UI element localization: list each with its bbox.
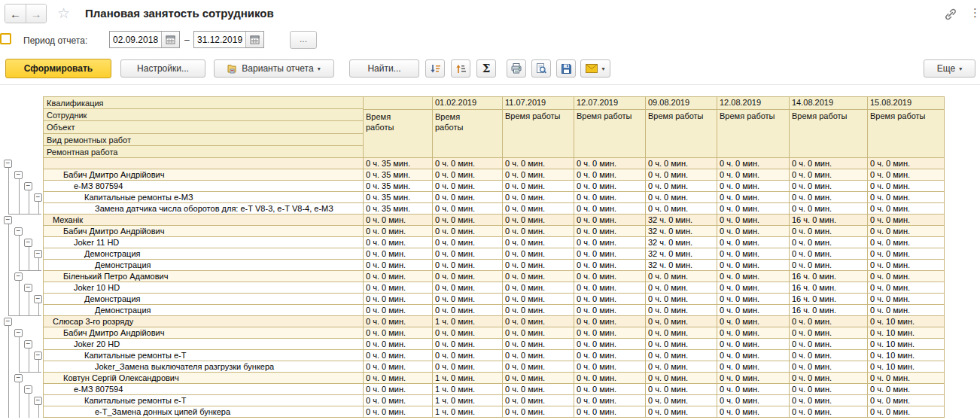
row-label-cell[interactable]: е-МЗ 807594 xyxy=(43,384,364,395)
print-button[interactable] xyxy=(507,59,526,78)
value-cell[interactable]: 0 ч. 0 мин. xyxy=(868,215,945,226)
value-cell[interactable]: 0 ч. 0 мин. xyxy=(717,203,790,215)
value-cell[interactable]: 0 ч. 0 мин. xyxy=(433,271,503,282)
value-cell[interactable]: 0 ч. 0 мин. xyxy=(717,350,790,361)
row-label-cell[interactable]: Капитальные ремонты е-Т xyxy=(43,395,364,406)
value-cell[interactable]: 0 ч. 0 мин. xyxy=(717,384,790,395)
row-header-cell[interactable]: Объект xyxy=(44,121,363,133)
value-cell[interactable]: 0 ч. 0 мин. xyxy=(646,305,717,316)
value-cell[interactable]: 0 ч. 0 мин. xyxy=(503,361,574,373)
tree-collapse-button[interactable]: − xyxy=(34,397,42,405)
period-options-button[interactable]: ... xyxy=(290,31,317,49)
value-cell[interactable]: 0 ч. 0 мин. xyxy=(790,361,868,373)
value-cell[interactable]: 0 ч. 35 мин. xyxy=(364,192,433,203)
value-cell[interactable]: 0 ч. 0 мин. xyxy=(503,406,574,418)
value-cell[interactable]: 0 ч. 0 мин. xyxy=(868,169,945,181)
value-cell[interactable]: 0 ч. 0 мин. xyxy=(868,237,945,248)
value-cell[interactable]: 0 ч. 0 мин. xyxy=(646,339,717,350)
value-cell[interactable]: 0 ч. 0 мин. xyxy=(717,248,790,260)
value-cell[interactable]: 0 ч. 35 мин. xyxy=(364,203,433,215)
value-cell[interactable]: 0 ч. 0 мин. xyxy=(574,181,646,192)
value-cell[interactable]: 0 ч. 0 мин. xyxy=(868,226,945,237)
tree-collapse-button[interactable]: − xyxy=(4,160,12,168)
value-cell[interactable]: 0 ч. 0 мин. xyxy=(574,215,646,226)
tree-collapse-button[interactable]: − xyxy=(14,227,23,236)
sort-descending-button[interactable] xyxy=(425,59,445,78)
value-cell[interactable]: 0 ч. 0 мин. xyxy=(717,192,790,203)
value-cell[interactable]: 32 ч. 0 мин. xyxy=(646,260,717,271)
value-cell[interactable]: 0 ч. 0 мин. xyxy=(646,192,717,203)
value-cell[interactable]: 0 ч. 35 мин. xyxy=(364,181,433,192)
value-cell[interactable]: 0 ч. 0 мин. xyxy=(868,294,945,305)
value-cell[interactable]: 0 ч. 0 мин. xyxy=(790,260,868,271)
value-cell[interactable]: 0 ч. 10 мин. xyxy=(868,339,945,350)
value-cell[interactable]: 0 ч. 0 мин. xyxy=(364,316,433,327)
value-cell[interactable]: 0 ч. 0 мин. xyxy=(646,406,717,418)
row-header-cell[interactable]: Ремонтная работа xyxy=(44,146,363,158)
value-cell[interactable]: 0 ч. 0 мин. xyxy=(364,406,433,418)
value-cell[interactable]: 0 ч. 0 мин. xyxy=(364,282,433,294)
tree-collapse-button[interactable]: − xyxy=(34,193,42,202)
value-cell[interactable]: 0 ч. 0 мин. xyxy=(646,282,717,294)
value-cell[interactable]: 0 ч. 0 мин. xyxy=(574,158,646,169)
value-cell[interactable]: 0 ч. 0 мин. xyxy=(717,305,790,316)
row-label-cell[interactable] xyxy=(43,158,364,169)
value-cell[interactable]: 0 ч. 0 мин. xyxy=(503,327,574,339)
value-cell[interactable]: 0 ч. 0 мин. xyxy=(717,260,790,271)
value-cell[interactable]: 0 ч. 0 мин. xyxy=(503,192,574,203)
value-cell[interactable]: 0 ч. 0 мин. xyxy=(868,406,945,418)
column-date-cell[interactable]: 01.02.2019 xyxy=(433,97,502,110)
value-cell[interactable]: 16 ч. 0 мин. xyxy=(790,294,868,305)
row-label-cell[interactable]: Joker 20 HD xyxy=(43,339,364,350)
more-actions-button[interactable]: Еще ▾ xyxy=(924,59,975,78)
column-subheader-cell[interactable]: Время работы xyxy=(868,110,944,158)
value-cell[interactable]: 0 ч. 0 мин. xyxy=(574,384,646,395)
value-cell[interactable]: 1 ч. 0 мин. xyxy=(433,395,503,406)
forward-button[interactable]: → xyxy=(26,5,46,23)
value-cell[interactable]: 0 ч. 0 мин. xyxy=(790,384,868,395)
value-cell[interactable]: 0 ч. 35 мин. xyxy=(364,158,433,169)
tree-collapse-button[interactable]: − xyxy=(4,318,12,326)
value-cell[interactable]: 0 ч. 0 мин. xyxy=(790,339,868,350)
value-cell[interactable]: 32 ч. 0 мин. xyxy=(646,248,717,260)
column-date-cell[interactable] xyxy=(364,97,432,110)
row-label-cell[interactable]: Демонстрация xyxy=(43,305,364,316)
value-cell[interactable]: 0 ч. 0 мин. xyxy=(717,215,790,226)
column-subheader-cell[interactable]: Время работы xyxy=(646,110,717,158)
value-cell[interactable]: 0 ч. 0 мин. xyxy=(868,373,945,384)
value-cell[interactable]: 0 ч. 0 мин. xyxy=(503,215,574,226)
value-cell[interactable]: 0 ч. 0 мин. xyxy=(790,181,868,192)
value-cell[interactable]: 0 ч. 0 мин. xyxy=(433,215,503,226)
value-cell[interactable]: 0 ч. 0 мин. xyxy=(574,350,646,361)
value-cell[interactable]: 0 ч. 0 мин. xyxy=(574,339,646,350)
value-cell[interactable]: 0 ч. 0 мин. xyxy=(790,406,868,418)
value-cell[interactable]: 0 ч. 0 мин. xyxy=(574,282,646,294)
value-cell[interactable]: 0 ч. 0 мин. xyxy=(646,361,717,373)
value-cell[interactable]: 0 ч. 0 мин. xyxy=(364,294,433,305)
value-cell[interactable]: 0 ч. 0 мин. xyxy=(646,384,717,395)
tree-collapse-button[interactable]: − xyxy=(34,250,42,258)
value-cell[interactable]: 0 ч. 0 мин. xyxy=(717,327,790,339)
row-label-cell[interactable]: Joker 11 HD xyxy=(43,237,364,248)
row-label-cell[interactable]: Капитальные ремонты е-МЗ xyxy=(43,192,364,203)
value-cell[interactable]: 0 ч. 0 мин. xyxy=(574,327,646,339)
sort-ascending-button[interactable] xyxy=(451,59,470,78)
column-date-cell[interactable]: 14.08.2019 xyxy=(790,97,867,110)
value-cell[interactable]: 0 ч. 0 мин. xyxy=(503,248,574,260)
value-cell[interactable]: 0 ч. 0 мин. xyxy=(790,316,868,327)
value-cell[interactable]: 0 ч. 0 мин. xyxy=(646,350,717,361)
value-cell[interactable]: 0 ч. 0 мин. xyxy=(717,282,790,294)
value-cell[interactable]: 1 ч. 0 мин. xyxy=(433,384,503,395)
value-cell[interactable]: 0 ч. 10 мин. xyxy=(868,361,945,373)
column-subheader-cell[interactable]: Время работы xyxy=(574,110,645,158)
column-subheader-cell[interactable]: Время работы xyxy=(364,110,432,158)
tree-collapse-button[interactable]: − xyxy=(14,171,23,179)
value-cell[interactable]: 0 ч. 0 мин. xyxy=(868,384,945,395)
value-cell[interactable]: 0 ч. 0 мин. xyxy=(503,271,574,282)
value-cell[interactable]: 0 ч. 0 мин. xyxy=(646,316,717,327)
value-cell[interactable]: 0 ч. 0 мин. xyxy=(717,316,790,327)
get-link-icon[interactable] xyxy=(943,7,958,25)
calendar-button[interactable] xyxy=(245,32,263,47)
more-menu-icon[interactable]: ⋮ xyxy=(969,6,980,20)
value-cell[interactable]: 0 ч. 0 мин. xyxy=(717,237,790,248)
